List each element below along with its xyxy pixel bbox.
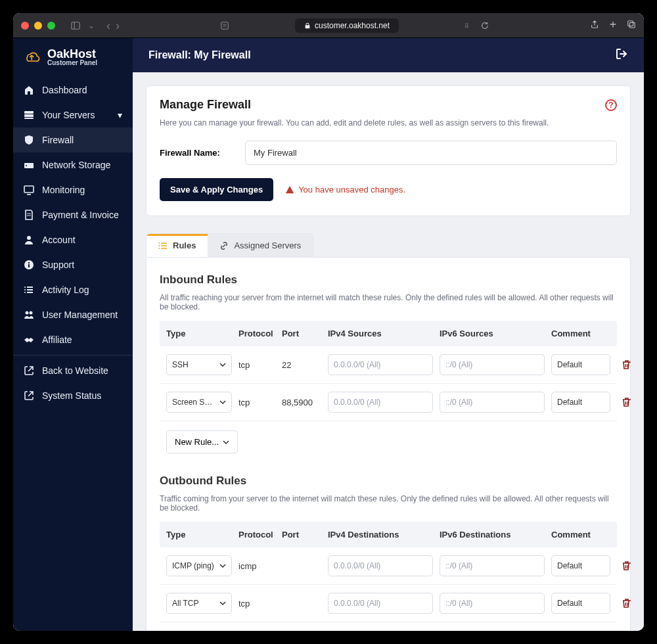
brand[interactable]: OakHost Customer Panel [13, 38, 133, 78]
svg-point-34 [159, 248, 160, 249]
rule-v6-input[interactable]: ::/0 (All) [440, 392, 545, 413]
rule-comment-input[interactable]: Default [551, 555, 610, 576]
browser-titlebar: ⌄ ‹ › customer.oakhost.net ⠿ [13, 13, 644, 38]
sidebar-item-monitoring[interactable]: Monitoring [13, 177, 133, 202]
separator [13, 355, 133, 356]
save-apply-button[interactable]: Save & Apply Changes [160, 178, 273, 201]
rule-v6-input[interactable]: ::/0 (All) [440, 593, 545, 614]
sidebar-item-affiliate[interactable]: Affiliate [13, 327, 133, 352]
rule-comment-input[interactable]: Default [551, 354, 610, 375]
chevron-down-icon [219, 361, 226, 368]
reader-icon[interactable] [220, 21, 229, 30]
col-type: Type [166, 329, 232, 338]
help-icon[interactable]: ? [605, 99, 617, 111]
rules-panel: Inbound Rules All traffic reaching your … [146, 257, 631, 631]
sidebar-toggle-icon[interactable] [71, 21, 80, 30]
storage-icon [24, 160, 34, 170]
page-title: Firewall: My Firewall [148, 49, 251, 61]
rule-protocol: icmp [238, 561, 275, 571]
sidebar-item-user-management[interactable]: User Management [13, 302, 133, 327]
trash-icon [622, 561, 632, 571]
rule-protocol: tcp [238, 599, 275, 609]
col-v6: IPv6 Destinations [440, 530, 545, 540]
new-inbound-rule-button[interactable]: New Rule... [166, 430, 238, 453]
chevron-down-icon [219, 399, 226, 405]
rule-v4-input[interactable]: 0.0.0.0/0 (All) [328, 354, 433, 375]
tab-rules[interactable]: Rules [147, 234, 208, 257]
sidebar-item-label: System Status [42, 390, 101, 401]
maximize-window-icon[interactable] [47, 22, 55, 30]
new-tab-icon[interactable] [608, 20, 618, 31]
external-link-icon [24, 390, 34, 401]
sidebar-item-network-storage[interactable]: Network Storage [13, 152, 133, 177]
sidebar-item-support[interactable]: Support [13, 252, 133, 277]
sidebar-item-account[interactable]: Account [13, 227, 133, 252]
rule-v6-input[interactable]: ::/0 (All) [440, 555, 545, 576]
rule-v4-input[interactable]: 0.0.0.0/0 (All) [328, 392, 433, 413]
users-icon [24, 310, 34, 320]
svg-rect-9 [24, 114, 34, 117]
sidebar-item-label: User Management [42, 310, 118, 320]
sidebar-item-firewall[interactable]: Firewall [13, 127, 133, 152]
sidebar-item-label: Back to Website [42, 365, 108, 376]
sidebar-item-system-status[interactable]: System Status [13, 383, 133, 408]
rule-v4-input[interactable]: 0.0.0.0/0 (All) [328, 555, 433, 576]
window-controls[interactable] [21, 22, 55, 30]
brand-name: OakHost [47, 48, 97, 60]
address-bar[interactable]: customer.oakhost.net [295, 18, 399, 33]
outbound-rule-row: All TCP tcp 0.0.0.0/0 (All) ::/0 (All) D… [160, 585, 617, 622]
sidebar-item-back-to-website[interactable]: Back to Website [13, 358, 133, 383]
lock-icon [304, 22, 311, 29]
rule-type-select[interactable]: Screen Sharing [166, 392, 232, 413]
col-protocol: Protocol [238, 530, 275, 540]
sidebar-item-label: Account [42, 235, 76, 245]
rule-comment-input[interactable]: Default [551, 392, 610, 413]
col-port: Port [282, 530, 321, 540]
chevron-down-icon [219, 563, 226, 569]
rule-type-select[interactable]: All TCP [166, 593, 232, 614]
svg-point-32 [159, 242, 160, 244]
info-icon [24, 260, 34, 270]
delete-rule-button[interactable] [617, 359, 637, 370]
minimize-window-icon[interactable] [34, 22, 42, 30]
sidebar-item-your-servers[interactable]: Your Servers ▾ [13, 103, 133, 127]
rule-comment-input[interactable]: Default [551, 593, 610, 614]
share-icon[interactable] [590, 20, 599, 31]
sidebar-nav: Dashboard Your Servers ▾ Firewall Networ… [13, 78, 133, 408]
rule-port: 88,5900 [282, 398, 321, 407]
brand-logo-icon [22, 47, 42, 67]
inbound-header-row: Type Protocol Port IPv4 Sources IPv6 Sou… [160, 321, 617, 346]
logout-button[interactable] [615, 47, 628, 63]
unsaved-warning: You have unsaved changes. [285, 185, 405, 195]
rule-v6-input[interactable]: ::/0 (All) [440, 354, 545, 375]
tab-assigned-servers[interactable]: Assigned Servers [208, 234, 313, 257]
col-protocol: Protocol [238, 329, 275, 338]
topbar: Firewall: My Firewall [133, 38, 644, 72]
svg-point-24 [24, 287, 26, 288]
rule-type-select[interactable]: ICMP (ping) [166, 555, 232, 576]
sidebar-item-label: Your Servers [42, 110, 95, 120]
svg-rect-20 [28, 262, 30, 264]
rule-type-select[interactable]: SSH [166, 354, 232, 375]
reload-icon[interactable] [480, 21, 489, 30]
sidebar-item-activity-log[interactable]: Activity Log [13, 277, 133, 302]
delete-rule-button[interactable] [617, 598, 637, 609]
rule-v4-input[interactable]: 0.0.0.0/0 (All) [328, 593, 433, 614]
inbound-rule-row: Screen Sharing tcp 88,5900 0.0.0.0/0 (Al… [160, 384, 617, 421]
col-port: Port [282, 329, 321, 338]
invoice-icon [24, 210, 34, 220]
tabs-overview-icon[interactable] [627, 20, 636, 31]
translate-icon[interactable]: ⠿ [464, 21, 474, 30]
sidebar-item-payment-invoice[interactable]: Payment & Invoice [13, 202, 133, 227]
delete-rule-button[interactable] [617, 397, 637, 407]
sidebar-item-label: Network Storage [42, 160, 110, 170]
delete-rule-button[interactable] [617, 561, 637, 571]
tabs: Rules Assigned Servers [146, 233, 313, 257]
chevron-down-icon [219, 600, 226, 607]
close-window-icon[interactable] [21, 22, 29, 30]
col-type: Type [166, 530, 232, 540]
sidebar-item-dashboard[interactable]: Dashboard [13, 78, 133, 103]
monitor-icon [24, 185, 34, 195]
chevron-down-icon[interactable]: ⌄ [88, 21, 95, 30]
firewall-name-input[interactable] [245, 141, 617, 165]
